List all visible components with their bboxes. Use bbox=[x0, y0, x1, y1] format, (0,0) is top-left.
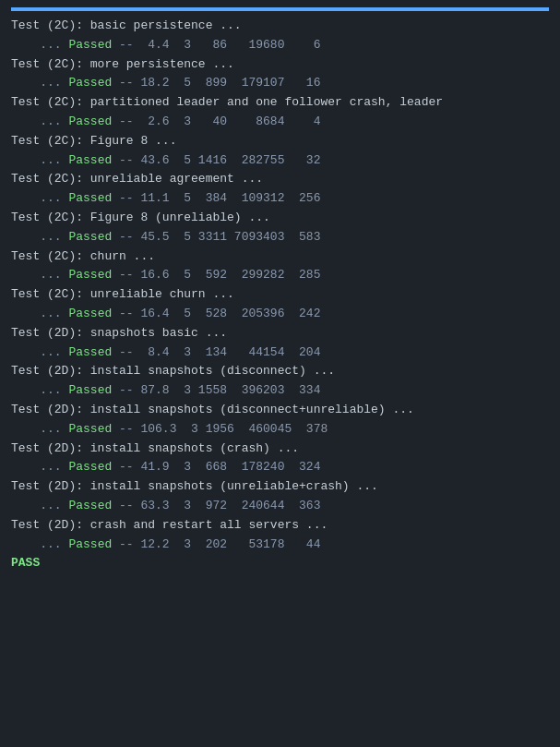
terminal-line: ... Passed -- 16.6 5 592 299282 285 bbox=[11, 266, 549, 285]
terminal-line: ... Passed -- 4.4 3 86 19680 6 bbox=[11, 36, 549, 55]
result-stats: -- 11.1 5 384 109312 256 bbox=[112, 191, 320, 205]
result-prefix: ... bbox=[11, 230, 68, 244]
terminal-line: Test (2C): unreliable churn ... bbox=[11, 285, 549, 305]
terminal-line: ... Passed -- 41.9 3 668 178240 324 bbox=[11, 458, 549, 477]
terminal-line: Test (2C): partitioned leader and one fo… bbox=[11, 93, 549, 113]
result-stats: -- 87.8 3 1558 396203 334 bbox=[112, 383, 320, 397]
result-stats: -- 8.4 3 134 44154 204 bbox=[112, 345, 320, 359]
result-stats: -- 43.6 5 1416 282755 32 bbox=[112, 153, 320, 167]
terminal-line: Test (2D): crash and restart all servers… bbox=[11, 516, 549, 536]
result-stats: -- 106.3 3 1956 460045 378 bbox=[112, 422, 328, 436]
result-prefix: ... bbox=[11, 153, 68, 167]
terminal-line: Test (2C): unreliable agreement ... bbox=[11, 170, 549, 189]
test-name: Test (2C): Figure 8 ... bbox=[11, 134, 176, 148]
passed-label: Passed bbox=[68, 383, 112, 397]
terminal-line: ... Passed -- 106.3 3 1956 460045 378 bbox=[11, 420, 549, 440]
test-name: Test (2D): install snapshots (unreliable… bbox=[11, 479, 378, 493]
accent-bar bbox=[11, 7, 549, 11]
terminal-line: ... Passed -- 87.8 3 1558 396203 334 bbox=[11, 381, 549, 401]
terminal-line: ... Passed -- 2.6 3 40 8684 4 bbox=[11, 113, 549, 132]
terminal-line: Test (2C): basic persistence ... bbox=[11, 17, 549, 36]
test-name: Test (2C): unreliable agreement ... bbox=[11, 172, 263, 186]
terminal-line: Test (2D): install snapshots (crash) ... bbox=[11, 440, 549, 459]
passed-label: Passed bbox=[68, 537, 112, 551]
terminal-line: PASS bbox=[11, 554, 549, 573]
test-name: Test (2C): unreliable churn ... bbox=[11, 287, 234, 301]
passed-label: Passed bbox=[68, 191, 112, 205]
passed-label: Passed bbox=[68, 422, 112, 436]
terminal-line: ... Passed -- 18.2 5 899 179107 16 bbox=[11, 74, 549, 93]
result-stats: -- 4.4 3 86 19680 6 bbox=[112, 38, 320, 52]
passed-label: Passed bbox=[68, 460, 112, 474]
test-name: Test (2C): partitioned leader and one fo… bbox=[11, 95, 443, 109]
passed-label: Passed bbox=[68, 76, 112, 90]
passed-label: Passed bbox=[68, 268, 112, 282]
passed-label: Passed bbox=[68, 114, 112, 128]
test-name: Test (2D): snapshots basic ... bbox=[11, 326, 227, 340]
result-stats: -- 16.6 5 592 299282 285 bbox=[112, 268, 320, 282]
terminal-line: ... Passed -- 45.5 5 3311 7093403 583 bbox=[11, 228, 549, 247]
test-name: Test (2D): install snapshots (crash) ... bbox=[11, 441, 299, 455]
terminal-line: ... Passed -- 11.1 5 384 109312 256 bbox=[11, 189, 549, 209]
result-stats: -- 45.5 5 3311 7093403 583 bbox=[112, 230, 320, 244]
result-prefix: ... bbox=[11, 307, 68, 320]
passed-label: Passed bbox=[68, 153, 112, 167]
test-name: Test (2D): install snapshots (disconnect… bbox=[11, 364, 335, 378]
passed-label: Passed bbox=[68, 307, 112, 320]
test-name: Test (2D): crash and restart all servers… bbox=[11, 518, 328, 532]
terminal-line: Test (2D): install snapshots (unreliable… bbox=[11, 477, 549, 497]
test-name: Test (2C): more persistence ... bbox=[11, 57, 234, 71]
result-prefix: ... bbox=[11, 345, 68, 359]
result-prefix: ... bbox=[11, 537, 68, 551]
result-stats: -- 41.9 3 668 178240 324 bbox=[112, 460, 320, 474]
terminal-line: Test (2C): more persistence ... bbox=[11, 55, 549, 75]
terminal-line: ... Passed -- 8.4 3 134 44154 204 bbox=[11, 343, 549, 363]
result-prefix: ... bbox=[11, 460, 68, 474]
passed-label: Passed bbox=[68, 230, 112, 244]
terminal-line: ... Passed -- 12.2 3 202 53178 44 bbox=[11, 536, 549, 555]
terminal-line: Test (2C): churn ... bbox=[11, 247, 549, 267]
result-stats: -- 18.2 5 899 179107 16 bbox=[112, 76, 320, 90]
result-prefix: ... bbox=[11, 38, 68, 52]
result-prefix: ... bbox=[11, 114, 68, 128]
result-stats: -- 2.6 3 40 8684 4 bbox=[112, 114, 320, 128]
test-name: Test (2D): install snapshots (disconnect… bbox=[11, 403, 414, 416]
passed-label: Passed bbox=[68, 345, 112, 359]
test-name: Test (2C): Figure 8 (unreliable) ... bbox=[11, 211, 270, 224]
terminal-line: ... Passed -- 63.3 3 972 240644 363 bbox=[11, 497, 549, 516]
terminal-line: ... Passed -- 16.4 5 528 205396 242 bbox=[11, 305, 549, 324]
result-stats: -- 63.3 3 972 240644 363 bbox=[112, 499, 320, 512]
result-prefix: ... bbox=[11, 499, 68, 512]
terminal-line: Test (2D): install snapshots (disconnect… bbox=[11, 362, 549, 381]
result-prefix: ... bbox=[11, 268, 68, 282]
result-prefix: ... bbox=[11, 191, 68, 205]
result-stats: -- 16.4 5 528 205396 242 bbox=[112, 307, 320, 320]
terminal-line: Test (2C): Figure 8 ... bbox=[11, 132, 549, 151]
terminal-line: Test (2D): install snapshots (disconnect… bbox=[11, 401, 549, 420]
passed-label: Passed bbox=[68, 499, 112, 512]
passed-label: Passed bbox=[68, 38, 112, 52]
test-name: Test (2C): churn ... bbox=[11, 249, 155, 263]
result-prefix: ... bbox=[11, 76, 68, 90]
terminal-line: ... Passed -- 43.6 5 1416 282755 32 bbox=[11, 151, 549, 171]
final-pass: PASS bbox=[11, 556, 40, 570]
result-prefix: ... bbox=[11, 383, 68, 397]
terminal-line: Test (2C): Figure 8 (unreliable) ... bbox=[11, 209, 549, 228]
result-prefix: ... bbox=[11, 422, 68, 436]
result-stats: -- 12.2 3 202 53178 44 bbox=[112, 537, 320, 551]
terminal-line: Test (2D): snapshots basic ... bbox=[11, 324, 549, 343]
terminal-output: Test (2C): basic persistence ... ... Pas… bbox=[11, 17, 549, 573]
test-name: Test (2C): basic persistence ... bbox=[11, 18, 242, 32]
